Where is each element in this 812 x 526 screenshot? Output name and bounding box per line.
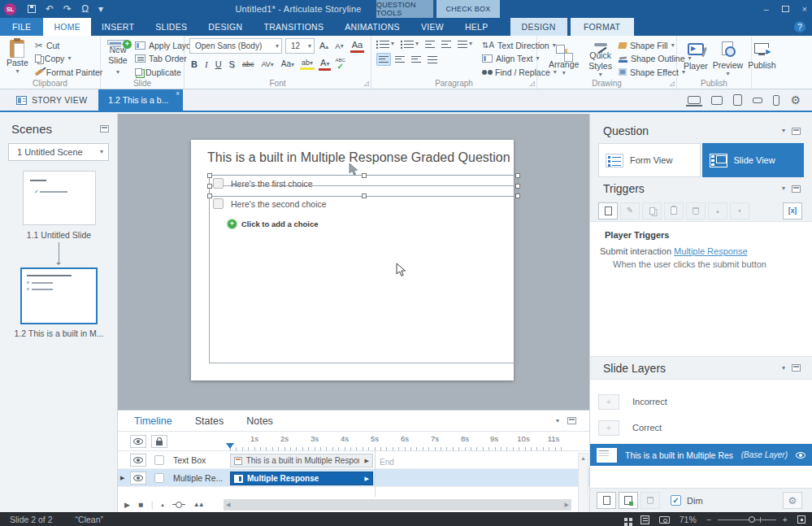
cut-button[interactable]: ✂ Cut bbox=[35, 40, 102, 51]
zoom-in-icon[interactable]: + bbox=[783, 515, 788, 524]
playhead[interactable] bbox=[226, 443, 234, 453]
paragraph-dialog-launcher[interactable]: ◿ bbox=[530, 80, 535, 87]
insert-symbol-icon[interactable]: Ω bbox=[81, 4, 89, 14]
slide-1-2-thumbnail[interactable] bbox=[20, 267, 98, 324]
slide-layers-menu-icon[interactable]: ▾ bbox=[782, 365, 785, 372]
timeline-float-icon[interactable] bbox=[567, 417, 576, 424]
save-icon[interactable] bbox=[28, 5, 36, 13]
choice-1-checkbox[interactable] bbox=[213, 178, 224, 189]
redo-icon[interactable]: ↷ bbox=[63, 4, 72, 14]
tab-transitions[interactable]: TRANSITIONS bbox=[253, 18, 334, 36]
textbox-timeline-bar[interactable]: This is a built in Multiple Response... … bbox=[230, 454, 373, 467]
character-spacing-button[interactable]: AV▾ bbox=[259, 60, 275, 69]
timeline-menu-icon[interactable]: ▾ bbox=[556, 418, 559, 424]
new-trigger-button[interactable] bbox=[598, 202, 618, 220]
tab-animations[interactable]: ANIMATIONS bbox=[334, 18, 410, 36]
selection-handle[interactable] bbox=[207, 184, 212, 189]
tab-timeline[interactable]: Timeline bbox=[134, 415, 172, 427]
timeline-ruler[interactable]: 1s 2s 3s 4s 5s 6s 7s 8s 9s 10s 11s bbox=[230, 432, 578, 451]
tab-checkbox-format[interactable]: FORMAT bbox=[571, 18, 634, 36]
new-layer-button[interactable] bbox=[597, 492, 616, 509]
drawing-dialog-launcher[interactable]: ◿ bbox=[670, 80, 675, 87]
bullets-button[interactable]: ▾ bbox=[376, 41, 394, 48]
quick-styles-button[interactable]: Quick Styles ▾ bbox=[585, 38, 615, 78]
italic-button[interactable]: I bbox=[203, 59, 210, 70]
story-view-tab[interactable]: STORY VIEW bbox=[0, 89, 98, 111]
question-menu-icon[interactable]: ▾ bbox=[782, 128, 785, 134]
timeline-zoom-in-icon[interactable]: ▲▲ bbox=[193, 501, 203, 508]
tablet-portrait-preview-icon[interactable] bbox=[733, 94, 742, 106]
copy-trigger-button[interactable] bbox=[642, 202, 662, 220]
highlight-color-button[interactable]: ab▾ bbox=[300, 59, 315, 70]
slide-view-button[interactable]: Slide View bbox=[702, 143, 805, 177]
zoom-slider-track[interactable] bbox=[718, 519, 776, 520]
line-spacing-button[interactable]: ▾ bbox=[458, 41, 472, 48]
timeline-zoom-out-icon[interactable]: ▴ bbox=[161, 502, 164, 508]
slide-1-1-thumbnail[interactable]: ✓ bbox=[23, 171, 96, 225]
delete-trigger-button[interactable] bbox=[686, 202, 706, 220]
font-family-select[interactable]: Open Sans (Body) ▾ bbox=[189, 38, 282, 54]
tab-design[interactable]: DESIGN bbox=[198, 18, 253, 36]
textbox-visibility-button[interactable] bbox=[130, 454, 146, 467]
close-button[interactable]: × bbox=[802, 5, 807, 14]
change-case-button[interactable]: Aa▾ bbox=[280, 59, 296, 69]
triggers-menu-icon[interactable]: ▾ bbox=[782, 185, 785, 192]
font-size-select[interactable]: 12 ▾ bbox=[285, 38, 315, 54]
numbering-button[interactable]: ▾ bbox=[401, 41, 419, 48]
tab-slides[interactable]: SLIDES bbox=[145, 18, 198, 36]
choice-2-checkbox[interactable] bbox=[213, 198, 224, 209]
paste-button[interactable]: Paste ▾ bbox=[3, 38, 32, 78]
delete-layer-button[interactable] bbox=[640, 492, 660, 509]
tab-insert[interactable]: INSERT bbox=[91, 18, 145, 36]
layer-row-base[interactable]: This is a built in Multiple Respo... (Ba… bbox=[590, 444, 812, 466]
player-button[interactable]: Player bbox=[682, 38, 710, 78]
choice-1-row[interactable]: Here's the first choice bbox=[213, 178, 313, 189]
row-expander-icon[interactable]: ▶ bbox=[118, 475, 128, 481]
preview-settings-gear-icon[interactable]: ⚙ bbox=[790, 94, 801, 106]
slide-stage[interactable]: This is a built in Multiple Response Gra… bbox=[191, 140, 514, 380]
mr-timeline-bar[interactable]: Multiple Response ▶ bbox=[230, 472, 373, 485]
tablet-landscape-preview-icon[interactable] bbox=[711, 96, 723, 105]
zoom-slider[interactable]: − + bbox=[706, 515, 788, 524]
strikethrough-button[interactable]: abc bbox=[241, 60, 256, 69]
preview-status-icon[interactable] bbox=[659, 516, 670, 524]
play-button[interactable]: ▶ bbox=[124, 501, 130, 509]
textbox-lock-checkbox[interactable] bbox=[154, 455, 164, 465]
clear-formatting-button[interactable]: Aa bbox=[350, 40, 364, 53]
timeline-zoom-slider[interactable] bbox=[172, 504, 185, 506]
choice-2-row[interactable]: Here's the second choice bbox=[213, 198, 327, 209]
layer-row-incorrect[interactable]: + Incorrect bbox=[590, 391, 812, 412]
font-color-button[interactable]: A▾ bbox=[319, 58, 331, 71]
publish-button[interactable]: Publish bbox=[746, 38, 777, 78]
arrange-button[interactable]: Arrange ▾ bbox=[545, 38, 582, 78]
tab-states[interactable]: States bbox=[195, 415, 224, 427]
manage-variables-button[interactable]: [x] bbox=[783, 202, 802, 220]
bold-button[interactable]: B bbox=[189, 59, 199, 70]
paste-trigger-button[interactable] bbox=[664, 202, 684, 220]
preview-button[interactable]: Preview ▾ bbox=[711, 38, 745, 78]
selection-handle[interactable] bbox=[515, 193, 520, 198]
tab-help[interactable]: HELP bbox=[454, 18, 499, 36]
tab-file[interactable]: FILE bbox=[0, 18, 43, 36]
copy-button[interactable]: Copy ▾ bbox=[35, 53, 102, 64]
tab-question-design[interactable]: DESIGN bbox=[510, 18, 567, 36]
font-dialog-launcher[interactable]: ◿ bbox=[364, 80, 369, 87]
add-choice-row[interactable]: + Click to add a choice bbox=[228, 220, 319, 228]
selection-handle[interactable] bbox=[207, 193, 212, 198]
slide-title-text[interactable]: This is a built in Multiple Response Gra… bbox=[207, 150, 510, 165]
phone-portrait-preview-icon[interactable] bbox=[773, 95, 779, 106]
close-tab-icon[interactable]: × bbox=[176, 90, 180, 98]
shadow-button[interactable]: S bbox=[228, 59, 237, 70]
base-layer-visibility-icon[interactable] bbox=[796, 452, 805, 459]
tab-notes[interactable]: Notes bbox=[246, 415, 273, 427]
shrink-font-button[interactable]: A▾ bbox=[333, 41, 345, 51]
slide-layers-float-icon[interactable] bbox=[792, 364, 801, 372]
scroll-up-icon[interactable]: ▲ bbox=[580, 455, 586, 461]
help-icon[interactable]: ? bbox=[794, 21, 805, 33]
selection-handle[interactable] bbox=[362, 193, 367, 198]
fit-to-window-icon[interactable] bbox=[797, 515, 805, 524]
align-left-button[interactable] bbox=[376, 53, 391, 66]
underline-button[interactable]: U bbox=[214, 59, 224, 70]
triggers-float-icon[interactable] bbox=[792, 185, 801, 193]
restore-button[interactable] bbox=[782, 6, 789, 12]
